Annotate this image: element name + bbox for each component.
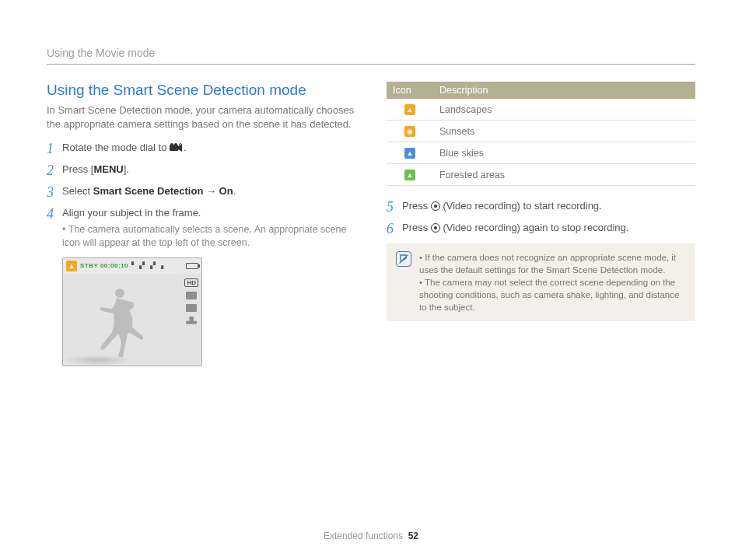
- step-4-main: Align your subject in the frame.: [62, 207, 201, 219]
- camera-preview: ▲ STBY 00:00:10 ▘▗▘▗▘▗ HD: [62, 257, 202, 366]
- step-5-post: (Video recording) to start recording.: [440, 200, 602, 212]
- step-5-text: Press (Video recording) to start recordi…: [402, 200, 695, 212]
- note-2: The camera may not select the correct sc…: [419, 276, 686, 313]
- landscape-icon: ▲: [404, 104, 415, 115]
- note-list: If the camera does not recognize an appr…: [419, 251, 686, 313]
- record-button-icon: [431, 201, 440, 211]
- breadcrumb: Using the Movie mode: [47, 47, 695, 65]
- step-1-text: Rotate the mode dial to .: [62, 142, 355, 155]
- scene-table: Icon Description ▲ Landscapes ◉ Sunsets …: [387, 82, 695, 186]
- step-4-sub: The camera automatically selects a scene…: [62, 223, 355, 250]
- step-number: 4: [47, 207, 62, 221]
- table-row: ▲ Landscapes: [387, 99, 695, 121]
- sky-icon: ▲: [404, 148, 415, 159]
- note-box: If the camera does not recognize an appr…: [387, 243, 695, 321]
- record-button-icon: [431, 223, 440, 233]
- steps-list-right: 5 Press (Video recording) to start recor…: [387, 200, 695, 236]
- left-column: Using the Smart Scene Detection mode In …: [47, 82, 355, 366]
- step-number: 3: [47, 185, 62, 199]
- cell-landscapes: Landscapes: [433, 99, 695, 121]
- svg-point-1: [170, 143, 173, 146]
- step-number: 2: [47, 163, 62, 177]
- step-6-text: Press (Video recording) again to stop re…: [402, 222, 695, 233]
- th-icon: Icon: [387, 82, 433, 99]
- intro-text: In Smart Scene Detection mode, your came…: [47, 103, 355, 131]
- stby-label: STBY 00:00:10: [80, 262, 128, 269]
- arrow: →: [203, 185, 219, 197]
- table-row: ◉ Sunsets: [387, 121, 695, 142]
- step-2-post: ].: [124, 163, 129, 175]
- table-row: ▲ Forested areas: [387, 164, 695, 186]
- ois-icon: [186, 317, 197, 324]
- step-6-post: (Video recording) again to stop recordin…: [440, 222, 629, 233]
- on-label: On: [219, 185, 233, 197]
- smart-scene-label: Smart Scene Detection: [93, 185, 204, 197]
- menu-label: MENU: [93, 163, 123, 175]
- step-5-pre: Press: [402, 200, 431, 212]
- svg-point-3: [180, 144, 182, 146]
- movie-camera-icon: [170, 143, 184, 155]
- table-row: ▲ Blue skies: [387, 142, 695, 164]
- step-2-pre: Press [: [62, 163, 93, 175]
- filmstrip-icon: ▘▗▘▗▘▗: [131, 262, 183, 269]
- footer-section: Extended functions: [324, 530, 403, 541]
- step-4-sublist: The camera automatically selects a scene…: [62, 223, 355, 250]
- cell-forested: Forested areas: [433, 164, 695, 186]
- dancer-silhouette-icon: [90, 284, 145, 358]
- live-icon: [186, 304, 197, 312]
- cell-sunsets: Sunsets: [433, 121, 695, 142]
- page-footer: Extended functions 52: [0, 530, 742, 541]
- camera-status-bar: ▲ STBY 00:00:10 ▘▗▘▗▘▗: [63, 258, 201, 274]
- step-1-pre: Rotate the mode dial to: [62, 142, 170, 153]
- step-3-pre: Select: [62, 185, 93, 197]
- hd-icon: HD: [184, 278, 198, 287]
- section-title: Using the Smart Scene Detection mode: [47, 82, 355, 99]
- step-number: 5: [387, 200, 402, 214]
- sunset-icon: ◉: [404, 126, 415, 137]
- shadow: [63, 355, 133, 366]
- step-2-text: Press [MENU].: [62, 163, 355, 175]
- right-column: Icon Description ▲ Landscapes ◉ Sunsets …: [387, 82, 695, 366]
- battery-icon: [186, 263, 198, 269]
- steps-list: 1 Rotate the mode dial to . 2 Press [MEN…: [47, 142, 355, 250]
- voice-icon: [186, 292, 197, 299]
- step-3-text: Select Smart Scene Detection → On.: [62, 185, 355, 197]
- step-number: 6: [387, 222, 402, 236]
- step-1-post: .: [184, 142, 187, 153]
- note-1: If the camera does not recognize an appr…: [419, 251, 686, 276]
- svg-point-2: [174, 143, 177, 146]
- scene-icon: ▲: [66, 261, 77, 271]
- footer-page: 52: [408, 530, 418, 541]
- step-number: 1: [47, 142, 62, 156]
- step-3-post: .: [233, 185, 236, 197]
- side-icon-stack: HD: [184, 278, 198, 324]
- cell-blue-skies: Blue skies: [433, 142, 695, 164]
- th-desc: Description: [433, 82, 695, 99]
- step-6-pre: Press: [402, 222, 431, 233]
- note-icon: [396, 251, 411, 267]
- step-4-text: Align your subject in the frame. The cam…: [62, 207, 355, 250]
- forest-icon: ▲: [404, 170, 415, 180]
